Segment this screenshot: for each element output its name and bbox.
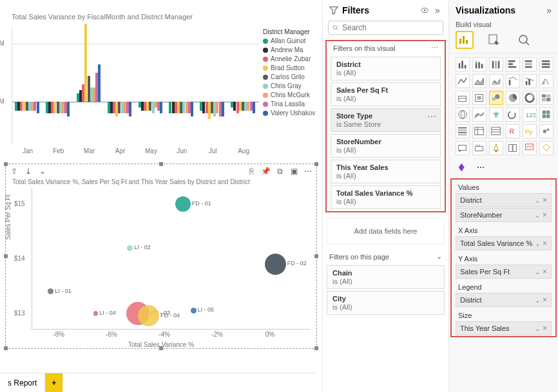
remove-icon[interactable]: × [543,324,547,333]
more-visuals-icon[interactable]: ⋯ [474,160,488,174]
expand-icon[interactable]: ⌄ [38,167,47,176]
bubble[interactable] [127,245,133,251]
legend-item[interactable]: Annelie Zubar [263,55,317,62]
yaxis-well-item[interactable]: Sales Per Sq Ft⌄× [456,265,552,279]
viz-type-button[interactable] [539,74,553,88]
remove-icon[interactable]: × [543,239,547,248]
resize-handle[interactable] [314,346,318,350]
chevron-down-icon[interactable]: ⌄ [535,240,540,247]
size-well-item[interactable]: This Year Sales⌄× [456,321,552,335]
viz-type-button[interactable]: Py [523,124,537,138]
viz-type-button[interactable] [523,74,537,88]
filter-card[interactable]: StoreNumberis (All) [331,134,441,158]
section-more-icon[interactable]: ⋯ [431,44,438,52]
legend-item[interactable]: Tina Lassila [263,100,317,107]
bubble[interactable] [138,305,159,326]
filter-card[interactable]: Sales Per Sq Ftis (All) [331,82,441,106]
legend-item[interactable]: Andrew Ma [263,46,317,53]
more-icon[interactable]: ⋯ [303,167,313,176]
eye-icon[interactable] [420,6,429,15]
viz-type-button[interactable] [456,74,470,88]
viz-type-button[interactable] [539,107,553,122]
viz-type-button[interactable] [489,57,503,71]
chevron-down-icon[interactable]: ⌄ [535,268,540,275]
resize-handle[interactable] [159,346,163,350]
legend-item[interactable]: Allan Guinot [263,37,317,44]
viz-type-button[interactable] [456,107,470,122]
legend-item[interactable]: Carlos Grilo [263,73,317,80]
filter-card[interactable]: Chainis (All) [327,265,445,289]
analytics-tab[interactable] [515,31,533,49]
viz-type-button[interactable] [523,141,537,155]
collapse-icon[interactable]: » [546,5,552,15]
legend-item[interactable]: Chris Gray [263,82,317,89]
chevron-down-icon[interactable]: ⌄ [535,297,540,304]
viz-type-button[interactable] [489,74,503,88]
viz-type-button[interactable] [489,141,503,155]
chevron-down-icon[interactable]: ⌄ [535,325,540,332]
remove-icon[interactable]: × [543,295,547,304]
viz-type-button[interactable] [506,74,520,88]
viz-type-button[interactable] [506,91,520,105]
resize-handle[interactable] [4,254,8,258]
viz-type-button[interactable] [539,57,553,71]
report-tab[interactable]: s Report [0,373,45,392]
add-data-fields-drop[interactable]: Add data fields here [327,218,445,245]
filter-card[interactable]: Store Typeis Same Store⋯ [331,108,441,132]
viz-type-button[interactable] [472,107,486,122]
viz-type-button[interactable] [489,107,503,122]
viz-type-button[interactable] [456,124,470,138]
viz-type-button[interactable] [506,141,520,155]
viz-type-button[interactable] [472,141,486,155]
viz-type-button[interactable] [539,141,553,155]
bubble[interactable] [191,308,197,313]
filter-icon[interactable]: ⧉ [275,167,284,176]
chart-scatter-selected[interactable]: ⇪ ⤓ ⌄ ⎘ 📌 ⧉ ▣ ⋯ Total Sales Variance %, … [5,163,317,349]
bubble[interactable] [93,311,99,316]
bubble[interactable] [175,196,191,212]
drill-up-icon[interactable]: ⇪ [10,167,19,176]
remove-icon[interactable]: × [543,267,547,276]
viz-type-button[interactable] [456,141,470,155]
remove-icon[interactable]: × [543,196,547,205]
build-tab[interactable] [456,31,474,49]
pin-icon[interactable]: 📌 [261,167,270,176]
viz-type-button[interactable] [539,91,553,105]
filters-search[interactable] [328,21,443,35]
chart-bar[interactable]: Total Sales Variance by FiscalMonth and … [5,5,317,158]
drill-down-icon[interactable]: ⤓ [24,167,33,176]
viz-type-button[interactable] [472,74,486,88]
chevron-down-icon[interactable]: ⌄ [535,212,540,219]
filter-card[interactable]: This Year Salesis (All) [331,160,441,183]
filter-card[interactable]: Cityis (All) [327,291,445,315]
resize-handle[interactable] [314,254,318,258]
powerapps-icon[interactable] [456,160,470,174]
add-page-button[interactable]: + [45,373,63,392]
filter-card[interactable]: Total Sales Variance %is (All) [331,185,441,209]
bubble[interactable] [48,288,53,294]
chevron-down-icon[interactable]: ⌄ [535,197,540,204]
viz-type-button[interactable] [489,91,503,105]
chevron-down-icon[interactable]: ⌄ [436,252,442,261]
legend-item[interactable]: Chris McGurk [263,91,317,98]
viz-type-button[interactable] [456,57,470,71]
values-well-item[interactable]: StoreNumber⌄× [456,208,552,222]
viz-type-button[interactable] [539,124,553,138]
focus-icon[interactable]: ▣ [289,167,298,176]
bubble[interactable] [265,254,286,275]
viz-type-button[interactable] [506,107,520,122]
viz-type-button[interactable] [523,91,537,105]
resize-handle[interactable] [314,162,318,166]
viz-type-button[interactable] [523,57,537,71]
viz-type-button[interactable] [472,57,486,71]
more-icon[interactable]: ⋯ [427,111,436,122]
resize-handle[interactable] [4,346,8,350]
legend-item[interactable]: Valery Ushakov [263,109,317,117]
viz-type-button[interactable] [472,91,486,105]
format-tab[interactable] [485,31,503,49]
resize-handle[interactable] [4,162,8,166]
search-input[interactable] [342,23,439,32]
viz-type-button[interactable] [472,124,486,138]
legend-well-item[interactable]: District⌄× [456,293,552,307]
values-well-item[interactable]: District⌄× [456,193,552,207]
